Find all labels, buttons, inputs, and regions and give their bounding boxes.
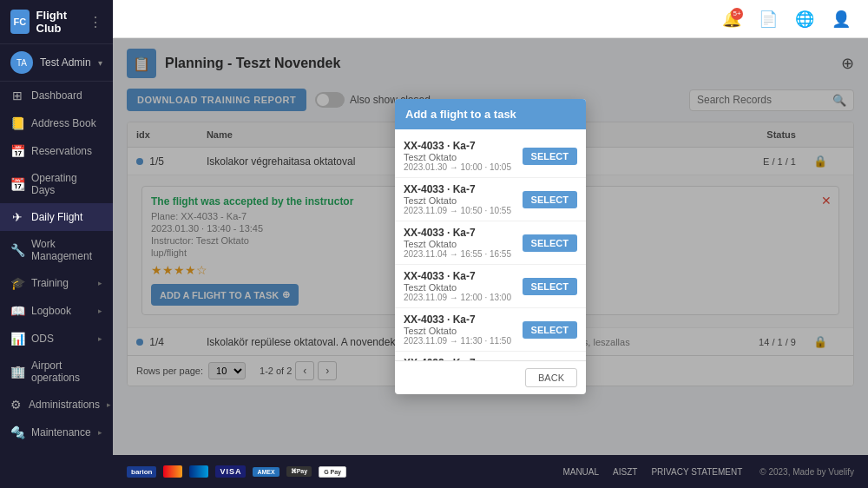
modal-overlay: Add a flight to a task XX-4033 · Ka-7 Te… <box>113 38 868 455</box>
modal-item-info: XX-4033 · Ka-7 Teszt Oktato 2023.11.09 →… <box>404 270 516 302</box>
sidebar-item-label: Daily Flight <box>31 211 102 223</box>
flight-time: 2023.11.04 → 16:55 · 16:55 <box>404 249 516 259</box>
ods-icon: 📊 <box>10 332 24 346</box>
sidebar-logo-text: Flight Club <box>36 9 82 35</box>
user-name: Test Admin <box>40 56 91 69</box>
sidebar-nav: ⊞ Dashboard 📒 Address Book 📅 Reservation… <box>0 82 113 488</box>
administrations-icon: ⚙ <box>10 398 22 412</box>
sidebar-item-label: Training <box>31 277 91 289</box>
work-management-icon: 🔧 <box>10 243 24 257</box>
dashboard-icon: ⊞ <box>10 89 24 102</box>
document-icon[interactable]: 📄 <box>755 6 781 32</box>
footer-copyright: © 2023, Made by Vuelify <box>760 467 854 477</box>
user-chevron-icon: ▾ <box>98 58 102 68</box>
modal-title: Add a flight to a task <box>405 108 516 121</box>
mastercard2-logo <box>189 465 208 478</box>
sidebar-item-logbook[interactable]: 📖 Logbook ▸ <box>0 297 113 325</box>
page-content: 📋 Planning - Teszt Novendek ⊕ DOWNLOAD T… <box>113 38 868 455</box>
sidebar-user[interactable]: TA Test Admin ▾ <box>0 44 113 82</box>
modal-flight-item: XX-4033 · Ka-7 Teszt Oktato 2023.01.30 →… <box>395 135 586 178</box>
reservations-icon: 📅 <box>10 144 24 158</box>
select-flight-button[interactable]: SELECT <box>523 278 577 295</box>
sidebar: FC Flight Club ⋮ TA Test Admin ▾ ⊞ Dashb… <box>0 0 113 488</box>
sidebar-item-operating-days[interactable]: 📆 Operating Days <box>0 165 113 203</box>
select-flight-button[interactable]: SELECT <box>523 234 577 252</box>
modal-back-button[interactable]: BACK <box>525 368 577 387</box>
notification-badge: 5+ <box>731 8 743 20</box>
modal-flight-item: XX-4033 · Ka-7 Teszt Oktato 2023.11.09 →… <box>395 178 586 221</box>
sidebar-more-icon[interactable]: ⋮ <box>89 14 102 30</box>
sidebar-item-label: Address Book <box>31 117 102 129</box>
airport-ops-icon: 🏢 <box>10 365 24 379</box>
modal-flight-item: XX-4033 · Ka-7 Teszt Oktato 2023.11.04 →… <box>395 221 586 265</box>
user-icon[interactable]: 👤 <box>828 6 854 32</box>
flight-code: XX-4033 · Ka-7 <box>404 140 516 152</box>
operating-days-icon: 📆 <box>10 177 24 191</box>
sidebar-item-administrations[interactable]: ⚙ Administrations ▸ <box>0 391 113 419</box>
modal-flight-item: XX-4033 · Ka-7 Teszt Oktato 2023.11.09 →… <box>395 265 586 308</box>
flight-time: 2023.11.09 → 11:30 · 11:50 <box>404 336 516 346</box>
sidebar-item-ods[interactable]: 📊 ODS ▸ <box>0 325 113 353</box>
logbook-icon: 📖 <box>10 304 24 318</box>
flight-instructor: Teszt Oktato <box>404 239 516 249</box>
topbar: 🔔 5+ 📄 🌐 👤 <box>113 0 868 38</box>
visa-logo: VISA <box>215 465 246 478</box>
flight-instructor: Teszt Oktato <box>404 195 516 206</box>
modal-header: Add a flight to a task <box>395 99 586 129</box>
daily-flight-icon: ✈ <box>10 210 24 224</box>
modal-item-info: XX-4033 · Ka-7 Teszt Oktato 2023.11.09 →… <box>404 183 516 215</box>
sidebar-item-label: Operating Days <box>31 172 102 196</box>
sidebar-item-label: Dashboard <box>31 89 102 102</box>
flight-code: XX-4033 · Ka-7 <box>404 270 516 282</box>
main-content: 🔔 5+ 📄 🌐 👤 📋 Planning - Teszt Novendek ⊕… <box>113 0 868 488</box>
sidebar-item-daily-flight[interactable]: ✈ Daily Flight <box>0 203 113 231</box>
globe-icon[interactable]: 🌐 <box>792 6 818 32</box>
modal-flight-item: XX-4033 · Ka-7 Teszt Oktato 2023.11.09 →… <box>395 352 586 360</box>
apple-pay-logo: ⌘Pay <box>286 466 312 477</box>
notification-bell-icon[interactable]: 🔔 5+ <box>719 6 745 32</box>
flight-time: 2023.11.09 → 10:50 · 10:55 <box>404 206 516 215</box>
select-flight-button[interactable]: SELECT <box>523 148 577 165</box>
chevron-down-icon: ▸ <box>98 334 102 343</box>
sidebar-item-label: Logbook <box>31 305 91 317</box>
sidebar-item-label: Maintenance <box>31 426 91 439</box>
avatar: TA <box>10 51 33 74</box>
sidebar-item-airport-ops[interactable]: 🏢 Airport operations <box>0 353 113 391</box>
training-icon: 🎓 <box>10 276 24 290</box>
add-flight-modal: Add a flight to a task XX-4033 · Ka-7 Te… <box>395 99 586 394</box>
modal-item-info: XX-4033 · Ka-7 Teszt Oktato 2023.01.30 →… <box>404 140 516 172</box>
footer-link-aiszt[interactable]: AISZT <box>613 467 637 477</box>
footer-link-manual[interactable]: MANUAL <box>562 467 599 477</box>
sidebar-item-reservations[interactable]: 📅 Reservations <box>0 137 113 165</box>
modal-footer: BACK <box>395 360 586 394</box>
flight-instructor: Teszt Oktato <box>404 152 516 162</box>
sidebar-item-label: ODS <box>31 333 91 345</box>
footer-payment-logos: barion VISA AMEX ⌘Pay G Pay <box>127 465 346 478</box>
sidebar-item-label: Work Management <box>31 238 102 262</box>
modal-body: XX-4033 · Ka-7 Teszt Oktato 2023.01.30 →… <box>395 129 586 360</box>
select-flight-button[interactable]: SELECT <box>523 191 577 208</box>
sidebar-item-maintenance[interactable]: 🔩 Maintenance ▸ <box>0 419 113 446</box>
flight-instructor: Teszt Oktato <box>404 326 516 336</box>
sidebar-item-training[interactable]: 🎓 Training ▸ <box>0 269 113 297</box>
amex-logo: AMEX <box>253 467 279 477</box>
modal-flight-item: XX-4033 · Ka-7 Teszt Oktato 2023.11.09 →… <box>395 308 586 352</box>
select-flight-button[interactable]: SELECT <box>523 321 577 339</box>
sidebar-item-address-book[interactable]: 📒 Address Book <box>0 109 113 137</box>
barion-logo: barion <box>127 466 156 478</box>
address-book-icon: 📒 <box>10 116 24 130</box>
sidebar-item-label: Reservations <box>31 145 102 157</box>
sidebar-item-label: Administrations <box>29 399 100 411</box>
maintenance-icon: 🔩 <box>10 425 24 439</box>
sidebar-header: FC Flight Club ⋮ <box>0 0 113 44</box>
flight-code: XX-4033 · Ka-7 <box>404 227 516 239</box>
google-pay-logo: G Pay <box>319 466 346 478</box>
chevron-down-icon: ▸ <box>98 279 102 287</box>
footer-link-privacy[interactable]: PRIVACY STATEMENT <box>651 467 742 477</box>
sidebar-item-work-management[interactable]: 🔧 Work Management <box>0 231 113 269</box>
sidebar-item-dashboard[interactable]: ⊞ Dashboard <box>0 82 113 109</box>
avatar-initials: TA <box>16 58 27 68</box>
modal-item-info: XX-4033 · Ka-7 Teszt Oktato 2023.11.04 →… <box>404 227 516 259</box>
flight-time: 2023.11.09 → 12:00 · 13:00 <box>404 293 516 302</box>
flight-code: XX-4033 · Ka-7 <box>404 183 516 195</box>
